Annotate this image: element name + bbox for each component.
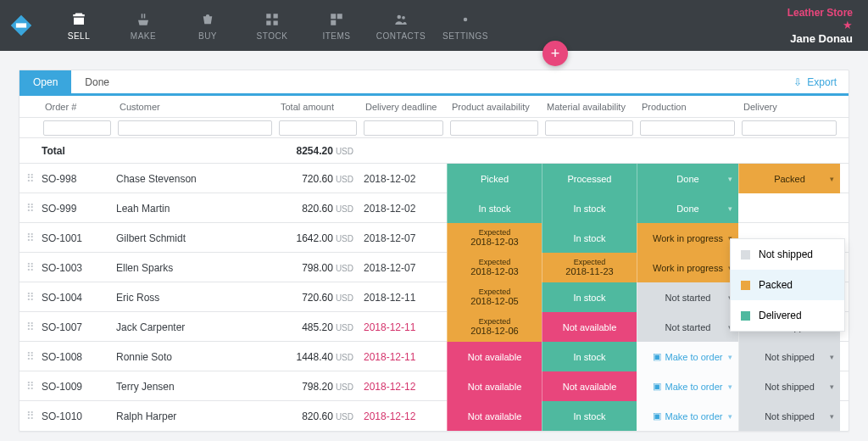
customer-name[interactable]: Terry Jensen [114, 381, 275, 393]
production-cell[interactable]: Not started▾ [637, 282, 738, 312]
material-availability-cell[interactable]: Not available [542, 371, 637, 401]
drag-handle-icon[interactable]: ⠿ [19, 351, 40, 362]
tab-done[interactable]: Done [71, 70, 123, 93]
column-header[interactable]: Production [637, 102, 738, 112]
material-availability-cell[interactable]: Expected2018-11-23 [542, 253, 637, 282]
svg-point-10 [402, 16, 405, 20]
topbar: SELLMAKEBUYSTOCKITEMSCONTACTSSETTINGS Le… [0, 0, 868, 51]
order-amount: 798.20USD [275, 381, 360, 393]
nav-stock[interactable]: STOCK [240, 0, 304, 51]
filter-ma[interactable] [545, 120, 633, 136]
production-cell[interactable]: ▣Make to order▾ [637, 342, 738, 371]
delivery-cell[interactable]: Not shipped▾ [738, 371, 840, 401]
filter-del[interactable] [742, 120, 837, 136]
production-cell[interactable]: ▣Make to order▾ [637, 401, 738, 431]
user-block[interactable]: Leather Store ★ Jane Donau [787, 7, 853, 46]
dropdown-option[interactable]: Not shipped [731, 239, 844, 270]
order-number[interactable]: SO-1004 [40, 292, 114, 304]
order-number[interactable]: SO-1009 [40, 381, 114, 393]
nav-contacts[interactable]: CONTACTS [369, 0, 433, 51]
column-header[interactable]: Customer [114, 102, 275, 112]
material-availability-cell[interactable]: Not available [542, 312, 637, 342]
production-cell[interactable]: Not started▾ [637, 312, 738, 342]
customer-name[interactable]: Ronnie Soto [114, 351, 275, 363]
product-availability-cell[interactable]: Not available [447, 371, 542, 401]
drag-handle-icon[interactable]: ⠿ [19, 292, 40, 303]
customer-name[interactable]: Eric Ross [114, 292, 275, 304]
store-name: Leather Store [787, 7, 853, 19]
production-cell[interactable]: Done▾ [637, 193, 738, 223]
material-availability-cell[interactable]: In stock [542, 223, 637, 253]
production-cell[interactable]: Work in progress▾ [637, 253, 738, 282]
product-availability-cell[interactable]: Not available [447, 401, 542, 431]
customer-name[interactable]: Chase Stevenson [114, 173, 275, 185]
customer-name[interactable]: Gilbert Schmidt [114, 232, 275, 244]
product-availability-cell[interactable]: Expected2018-12-03 [447, 223, 542, 253]
order-number[interactable]: SO-1001 [40, 232, 114, 244]
product-availability-cell[interactable]: Picked [447, 164, 542, 193]
drag-handle-icon[interactable]: ⠿ [19, 381, 40, 392]
column-header[interactable]: Order # [40, 102, 114, 112]
order-number[interactable]: SO-1003 [40, 262, 114, 274]
material-availability-cell[interactable]: In stock [542, 401, 637, 431]
order-amount: 720.60USD [275, 173, 360, 185]
download-icon: ⇩ [793, 76, 802, 88]
product-availability-cell[interactable]: Expected2018-12-05 [447, 282, 542, 312]
dropdown-option[interactable]: Packed [731, 270, 844, 300]
tab-open[interactable]: Open [19, 70, 71, 93]
order-number[interactable]: SO-999 [40, 203, 114, 215]
column-header[interactable]: Material availability [542, 102, 637, 112]
svg-rect-8 [331, 20, 336, 25]
column-header[interactable]: Product availability [447, 102, 542, 112]
delivery-deadline: 2018-12-11 [360, 321, 447, 333]
filter-prod[interactable] [640, 120, 735, 136]
total-label: Total [40, 145, 114, 157]
filter-pa[interactable] [450, 120, 538, 136]
product-availability-cell[interactable]: In stock [447, 193, 542, 223]
filter-customer[interactable] [118, 120, 272, 136]
delivery-cell[interactable]: Packed▾ [738, 164, 840, 193]
filter-order[interactable] [43, 120, 111, 136]
product-availability-cell[interactable]: Expected2018-12-03 [447, 253, 542, 282]
production-cell[interactable]: ▣Make to order▾ [637, 371, 738, 401]
dropdown-option[interactable]: Delivered [731, 300, 844, 331]
material-availability-cell[interactable]: In stock [542, 282, 637, 312]
delivery-dropdown[interactable]: Not shippedPackedDelivered [730, 238, 845, 332]
drag-handle-icon[interactable]: ⠿ [19, 262, 40, 273]
export-link[interactable]: ⇩ Export [793, 76, 837, 88]
material-availability-cell[interactable]: In stock [542, 193, 637, 223]
nav-settings[interactable]: SETTINGS [433, 0, 498, 51]
material-availability-cell[interactable]: Processed [542, 164, 637, 193]
nav-make[interactable]: MAKE [111, 0, 175, 51]
customer-name[interactable]: Leah Martin [114, 203, 275, 215]
order-number[interactable]: SO-1008 [40, 351, 114, 363]
column-header[interactable]: Delivery deadline [360, 102, 447, 112]
product-availability-cell[interactable]: Expected2018-12-06 [447, 312, 542, 342]
nav-buy[interactable]: BUY [175, 0, 240, 51]
material-availability-cell[interactable]: In stock [542, 342, 637, 371]
delivery-cell[interactable]: Not shipped▾ [738, 401, 840, 431]
drag-handle-icon[interactable]: ⠿ [19, 321, 40, 332]
filter-deadline[interactable] [364, 120, 443, 136]
chevron-down-icon: ▾ [830, 382, 834, 391]
delivery-cell[interactable]: Not shipped▾ [738, 342, 840, 371]
drag-handle-icon[interactable]: ⠿ [19, 203, 40, 214]
production-cell[interactable]: Work in progress▾ [637, 223, 738, 253]
customer-name[interactable]: Ellen Sparks [114, 262, 275, 274]
filter-amount[interactable] [279, 120, 357, 136]
customer-name[interactable]: Jack Carpenter [114, 321, 275, 333]
order-number[interactable]: SO-1007 [40, 321, 114, 333]
order-number[interactable]: SO-998 [40, 173, 114, 185]
add-button[interactable]: + [542, 41, 568, 66]
drag-handle-icon[interactable]: ⠿ [19, 173, 40, 184]
column-header[interactable]: Total amount [275, 102, 360, 112]
production-cell[interactable]: Done▾ [637, 164, 738, 193]
order-number[interactable]: SO-1010 [40, 410, 114, 422]
customer-name[interactable]: Ralph Harper [114, 410, 275, 422]
drag-handle-icon[interactable]: ⠿ [19, 232, 40, 243]
nav-items[interactable]: ITEMS [304, 0, 369, 51]
drag-handle-icon[interactable]: ⠿ [19, 410, 40, 421]
nav-sell[interactable]: SELL [47, 0, 111, 51]
column-header[interactable]: Delivery [738, 102, 840, 112]
product-availability-cell[interactable]: Not available [447, 342, 542, 371]
